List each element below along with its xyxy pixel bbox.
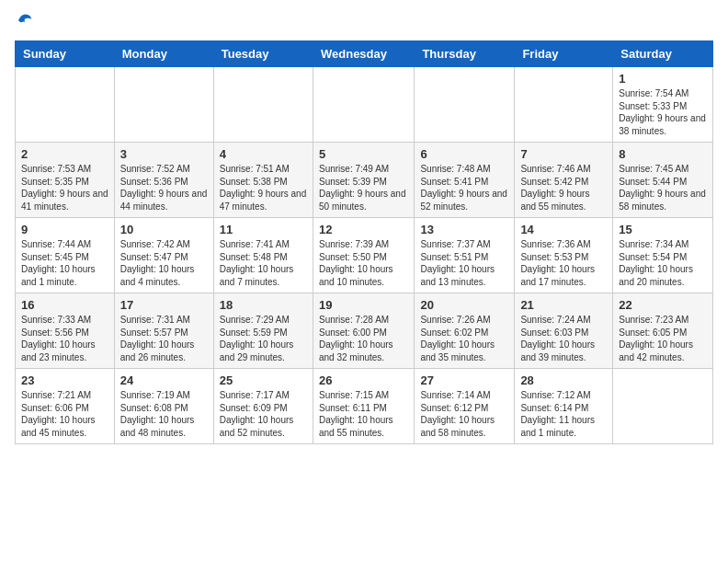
- day-info: Sunrise: 7:21 AM Sunset: 6:06 PM Dayligh…: [21, 389, 108, 439]
- day-info: Sunrise: 7:33 AM Sunset: 5:56 PM Dayligh…: [21, 314, 108, 363]
- day-info: Sunrise: 7:34 AM Sunset: 5:54 PM Dayligh…: [619, 238, 707, 288]
- calendar-week-row: 2Sunrise: 7:53 AM Sunset: 5:35 PM Daylig…: [16, 143, 713, 218]
- day-number: 27: [420, 373, 508, 387]
- day-number: 6: [420, 147, 508, 161]
- day-number: 23: [21, 373, 108, 387]
- day-info: Sunrise: 7:53 AM Sunset: 5:35 PM Dayligh…: [21, 163, 108, 213]
- day-info: Sunrise: 7:48 AM Sunset: 5:41 PM Dayligh…: [420, 163, 508, 213]
- day-number: 5: [319, 147, 408, 161]
- day-info: Sunrise: 7:36 AM Sunset: 5:53 PM Dayligh…: [520, 238, 607, 288]
- day-number: 24: [120, 373, 208, 387]
- day-info: Sunrise: 7:23 AM Sunset: 6:05 PM Dayligh…: [619, 314, 707, 363]
- day-number: 16: [21, 298, 108, 312]
- day-number: 20: [420, 298, 508, 312]
- day-info: Sunrise: 7:49 AM Sunset: 5:39 PM Dayligh…: [319, 163, 408, 213]
- calendar-cell: 3Sunrise: 7:52 AM Sunset: 5:36 PM Daylig…: [114, 143, 213, 218]
- calendar-cell: 1Sunrise: 7:54 AM Sunset: 5:33 PM Daylig…: [613, 67, 713, 143]
- day-number: 19: [319, 298, 408, 312]
- calendar-cell: 15Sunrise: 7:34 AM Sunset: 5:54 PM Dayli…: [613, 218, 713, 293]
- day-info: Sunrise: 7:52 AM Sunset: 5:36 PM Dayligh…: [120, 163, 208, 213]
- day-info: Sunrise: 7:17 AM Sunset: 6:09 PM Dayligh…: [220, 389, 307, 439]
- day-number: 4: [220, 147, 307, 161]
- day-info: Sunrise: 7:45 AM Sunset: 5:44 PM Dayligh…: [619, 163, 707, 213]
- calendar-cell: 17Sunrise: 7:31 AM Sunset: 5:57 PM Dayli…: [114, 293, 213, 369]
- calendar-cell: 27Sunrise: 7:14 AM Sunset: 6:12 PM Dayli…: [415, 369, 515, 444]
- day-info: Sunrise: 7:15 AM Sunset: 6:11 PM Dayligh…: [319, 389, 408, 439]
- calendar-cell: 11Sunrise: 7:41 AM Sunset: 5:48 PM Dayli…: [213, 218, 313, 293]
- logo: [15, 15, 33, 31]
- day-number: 8: [619, 147, 707, 161]
- day-number: 28: [520, 373, 607, 387]
- weekday-header-wednesday: Wednesday: [313, 41, 414, 67]
- day-number: 18: [220, 298, 307, 312]
- day-info: Sunrise: 7:29 AM Sunset: 5:59 PM Dayligh…: [220, 314, 307, 363]
- calendar-week-row: 23Sunrise: 7:21 AM Sunset: 6:06 PM Dayli…: [16, 369, 713, 444]
- calendar-cell: 9Sunrise: 7:44 AM Sunset: 5:45 PM Daylig…: [16, 218, 115, 293]
- calendar-cell: [16, 67, 115, 143]
- calendar-cell: 19Sunrise: 7:28 AM Sunset: 6:00 PM Dayli…: [313, 293, 414, 369]
- day-info: Sunrise: 7:37 AM Sunset: 5:51 PM Dayligh…: [420, 238, 508, 288]
- day-number: 3: [120, 147, 208, 161]
- calendar-cell: 2Sunrise: 7:53 AM Sunset: 5:35 PM Daylig…: [16, 143, 115, 218]
- calendar-cell: 5Sunrise: 7:49 AM Sunset: 5:39 PM Daylig…: [313, 143, 414, 218]
- calendar-cell: 13Sunrise: 7:37 AM Sunset: 5:51 PM Dayli…: [415, 218, 515, 293]
- calendar-cell: [313, 67, 414, 143]
- header: [15, 15, 713, 31]
- day-info: Sunrise: 7:28 AM Sunset: 6:00 PM Dayligh…: [319, 314, 408, 363]
- day-number: 10: [120, 223, 208, 236]
- calendar-cell: 20Sunrise: 7:26 AM Sunset: 6:02 PM Dayli…: [415, 293, 515, 369]
- calendar-cell: [415, 67, 515, 143]
- day-number: 11: [220, 223, 307, 236]
- day-info: Sunrise: 7:14 AM Sunset: 6:12 PM Dayligh…: [420, 389, 508, 439]
- day-info: Sunrise: 7:39 AM Sunset: 5:50 PM Dayligh…: [319, 238, 408, 288]
- calendar-cell: 21Sunrise: 7:24 AM Sunset: 6:03 PM Dayli…: [515, 293, 613, 369]
- calendar-week-row: 9Sunrise: 7:44 AM Sunset: 5:45 PM Daylig…: [16, 218, 713, 293]
- calendar-cell: [515, 67, 613, 143]
- calendar-cell: 7Sunrise: 7:46 AM Sunset: 5:42 PM Daylig…: [515, 143, 613, 218]
- day-number: 22: [619, 298, 707, 312]
- calendar-cell: [114, 67, 213, 143]
- calendar-cell: 23Sunrise: 7:21 AM Sunset: 6:06 PM Dayli…: [16, 369, 115, 444]
- day-number: 2: [21, 147, 108, 161]
- calendar-cell: [613, 369, 713, 444]
- day-number: 7: [520, 147, 607, 161]
- day-number: 26: [319, 373, 408, 387]
- calendar-cell: 8Sunrise: 7:45 AM Sunset: 5:44 PM Daylig…: [613, 143, 713, 218]
- day-info: Sunrise: 7:41 AM Sunset: 5:48 PM Dayligh…: [220, 238, 307, 288]
- calendar-week-row: 1Sunrise: 7:54 AM Sunset: 5:33 PM Daylig…: [16, 67, 713, 143]
- day-number: 13: [420, 223, 508, 236]
- day-info: Sunrise: 7:42 AM Sunset: 5:47 PM Dayligh…: [120, 238, 208, 288]
- calendar-header-row: SundayMondayTuesdayWednesdayThursdayFrid…: [16, 41, 713, 67]
- calendar-cell: 22Sunrise: 7:23 AM Sunset: 6:05 PM Dayli…: [613, 293, 713, 369]
- calendar-cell: [213, 67, 313, 143]
- day-info: Sunrise: 7:24 AM Sunset: 6:03 PM Dayligh…: [520, 314, 607, 363]
- calendar-cell: 10Sunrise: 7:42 AM Sunset: 5:47 PM Dayli…: [114, 218, 213, 293]
- calendar-cell: 4Sunrise: 7:51 AM Sunset: 5:38 PM Daylig…: [213, 143, 313, 218]
- day-info: Sunrise: 7:12 AM Sunset: 6:14 PM Dayligh…: [520, 389, 607, 439]
- calendar-cell: 12Sunrise: 7:39 AM Sunset: 5:50 PM Dayli…: [313, 218, 414, 293]
- weekday-header-friday: Friday: [515, 41, 613, 67]
- day-number: 1: [619, 72, 707, 86]
- calendar-cell: 24Sunrise: 7:19 AM Sunset: 6:08 PM Dayli…: [114, 369, 213, 444]
- day-info: Sunrise: 7:44 AM Sunset: 5:45 PM Dayligh…: [21, 238, 108, 288]
- calendar-cell: 26Sunrise: 7:15 AM Sunset: 6:11 PM Dayli…: [313, 369, 414, 444]
- day-info: Sunrise: 7:51 AM Sunset: 5:38 PM Dayligh…: [220, 163, 307, 213]
- weekday-header-thursday: Thursday: [415, 41, 515, 67]
- calendar-cell: 14Sunrise: 7:36 AM Sunset: 5:53 PM Dayli…: [515, 218, 613, 293]
- day-number: 17: [120, 298, 208, 312]
- weekday-header-sunday: Sunday: [16, 41, 115, 67]
- day-number: 12: [319, 223, 408, 236]
- logo-bird-icon: [17, 11, 33, 28]
- calendar-cell: 16Sunrise: 7:33 AM Sunset: 5:56 PM Dayli…: [16, 293, 115, 369]
- calendar-cell: 28Sunrise: 7:12 AM Sunset: 6:14 PM Dayli…: [515, 369, 613, 444]
- day-number: 15: [619, 223, 707, 236]
- day-info: Sunrise: 7:26 AM Sunset: 6:02 PM Dayligh…: [420, 314, 508, 363]
- calendar-cell: 25Sunrise: 7:17 AM Sunset: 6:09 PM Dayli…: [213, 369, 313, 444]
- weekday-header-monday: Monday: [114, 41, 213, 67]
- day-number: 9: [21, 223, 108, 236]
- calendar-table: SundayMondayTuesdayWednesdayThursdayFrid…: [15, 40, 713, 444]
- day-number: 21: [520, 298, 607, 312]
- day-number: 25: [220, 373, 307, 387]
- weekday-header-tuesday: Tuesday: [213, 41, 313, 67]
- day-number: 14: [520, 223, 607, 236]
